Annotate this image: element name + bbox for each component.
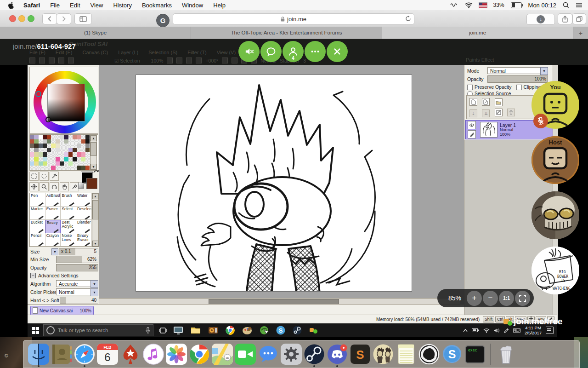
modifier-chip-shift[interactable]: Shift [483,316,494,322]
dock-skype[interactable]: S [441,342,464,367]
tool-water[interactable]: Water [76,193,92,207]
dock-chrome[interactable] [188,342,211,367]
swatch[interactable] [47,161,51,166]
swatch[interactable] [34,148,38,153]
dock-calendar[interactable]: FEB6 [96,342,119,367]
menubar-item-safari[interactable]: Safari [23,2,40,9]
taskbar-app-sai[interactable] [242,326,252,335]
clear-layer-button[interactable] [495,109,503,116]
scroll-up-arrow[interactable]: ▲ [92,193,98,199]
layer-mode-dropdown-arrow[interactable]: ▼ [540,67,548,75]
swatch[interactable] [81,148,85,153]
sidebar-toggle-button[interactable] [74,13,92,24]
swatch[interactable] [43,139,47,144]
swatch[interactable] [81,152,85,157]
swatch[interactable] [64,166,68,170]
swatch[interactable] [34,166,38,170]
tool-binary-eraser[interactable]: Binary Eraser [76,233,92,247]
swatch[interactable] [51,161,55,166]
sv-cursor[interactable] [45,117,51,122]
tab-overview-button[interactable] [572,13,586,24]
share-button[interactable] [558,13,572,24]
swatch[interactable] [39,144,43,148]
tool-airbrush[interactable]: AirBrush [45,193,61,207]
swatch[interactable] [73,144,77,148]
layer-opacity-slider[interactable]: 100% [487,75,548,83]
taskbar-app-steam[interactable] [293,326,302,335]
move-tool[interactable] [29,182,39,191]
swatch[interactable] [30,148,34,153]
hard-soft-slider[interactable]: 40 [60,297,98,304]
sai-menu-file[interactable]: File (F) [29,50,45,55]
transfer-down-button[interactable]: ⇣ [469,109,477,117]
swatch[interactable] [60,139,64,144]
swatch[interactable] [68,135,73,139]
marquee-tool[interactable] [29,172,39,181]
swatch[interactable] [77,161,81,166]
tool-binary[interactable]: Binary [45,220,61,233]
swatch[interactable] [85,144,90,148]
tool-crayon[interactable]: Crayon [45,233,61,247]
swatch[interactable] [47,139,51,144]
swatch[interactable] [43,144,47,148]
menubar-item-bookmarks[interactable]: Bookmarks [142,2,172,9]
task-view-button[interactable] [159,327,167,334]
swatch[interactable] [60,144,64,148]
merge-down-button[interactable]: ⇊ [482,109,490,117]
mic-icon[interactable] [146,327,150,334]
tool-marker[interactable]: Marker [30,207,45,220]
swatch[interactable] [60,161,64,166]
swatch[interactable] [77,166,81,170]
swatch[interactable] [30,152,34,157]
sai-menu-layer[interactable]: Layer (L) [118,50,138,55]
swatch[interactable] [30,157,34,161]
menubar-item-help[interactable]: Help [213,2,226,9]
swatch[interactable] [51,148,55,153]
swatch[interactable] [43,161,47,166]
action-center-icon[interactable] [546,327,554,334]
swatch[interactable] [56,148,60,153]
dock-messages[interactable] [257,342,280,367]
safari-tab-2[interactable]: join.me [382,27,573,39]
swatch[interactable] [43,152,47,157]
swatch[interactable] [47,144,51,148]
swatch[interactable] [73,152,77,157]
participants-button[interactable]: 4 [283,41,304,62]
new-layer-button[interactable] [469,98,477,106]
sai-menu-selection[interactable]: Selection (S) [148,50,177,55]
reload-icon[interactable] [405,16,411,22]
participant-host[interactable]: Host [531,136,579,184]
swatch[interactable] [85,161,90,166]
swatch[interactable] [81,139,85,144]
tool-blender[interactable]: Blender [76,220,92,233]
swatch[interactable] [51,166,55,170]
dock-finder[interactable] [27,342,50,367]
joinme-free-watermark[interactable]: join.me/free [503,316,563,327]
tray-pen-icon[interactable] [504,328,509,333]
swatch[interactable] [47,148,51,153]
swatch[interactable] [77,135,81,139]
swatch[interactable] [34,139,38,144]
advanced-settings-toggle[interactable]: − Advanced Settings [30,272,79,279]
waveform-icon[interactable] [450,2,458,8]
swatch[interactable] [85,135,90,139]
horizontal-scrollbar[interactable] [99,298,460,305]
swatch[interactable] [47,135,51,139]
swatch[interactable] [68,148,73,153]
swatch[interactable] [68,161,73,166]
swatch[interactable] [30,139,34,144]
sai-menu-filter[interactable]: Filter (T) [187,50,207,55]
dock-contacts[interactable] [50,342,73,367]
tool-deselect[interactable]: Deselect [76,207,92,220]
background-color[interactable] [86,178,97,189]
menubar-item-view[interactable]: View [90,2,103,9]
swatch[interactable] [43,157,47,161]
mute-button[interactable] [238,41,260,62]
tool-pencil[interactable]: Pencil [30,233,45,247]
tray-chevron-icon[interactable] [463,329,468,332]
swatch[interactable] [51,135,55,139]
dock-facetime[interactable] [234,342,257,367]
delete-layer-button[interactable] [507,109,515,116]
swatch[interactable] [85,148,90,153]
swatch[interactable] [56,135,60,139]
